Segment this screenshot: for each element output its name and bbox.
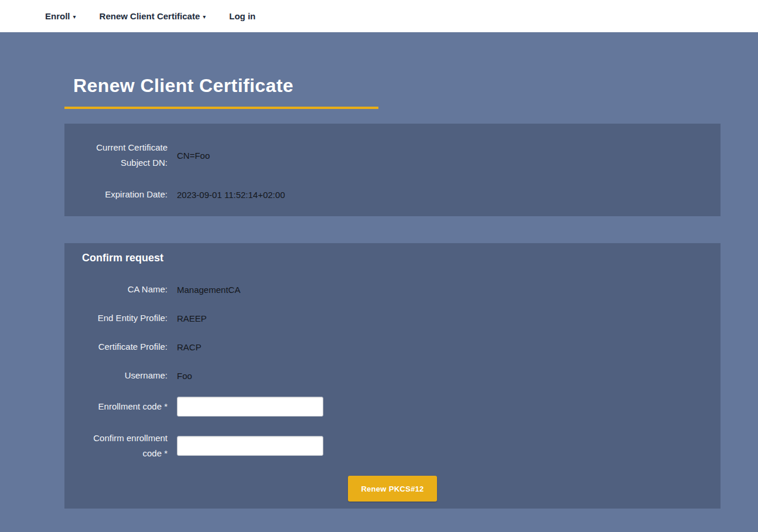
field-label: Enrollment code * bbox=[76, 399, 168, 414]
nav-item-enroll[interactable]: Enroll ▾ bbox=[45, 11, 76, 21]
nav-item-renew-client-certificate[interactable]: Renew Client Certificate ▾ bbox=[100, 11, 206, 21]
field-row-confirm-enrollment-code: Confirm enrollment code * bbox=[76, 431, 709, 461]
nav-item-renew-label: Renew Client Certificate bbox=[100, 11, 200, 21]
confirm-request-heading: Confirm request bbox=[82, 252, 709, 264]
field-row-enrollment-code: Enrollment code * bbox=[76, 397, 709, 417]
renew-pkcs12-button[interactable]: Renew PKCS#12 bbox=[348, 476, 436, 502]
field-row-subject-dn: Current Certificate Subject DN: CN=Foo bbox=[76, 140, 709, 170]
field-value: Foo bbox=[177, 371, 192, 381]
chevron-down-icon: ▾ bbox=[203, 13, 206, 20]
field-value: ManagementCA bbox=[177, 285, 240, 295]
field-label: Certificate Profile: bbox=[76, 339, 168, 354]
field-row-expiration-date: Expiration Date: 2023-09-01 11:52:14+02:… bbox=[76, 187, 709, 202]
field-label: Current Certificate Subject DN: bbox=[76, 140, 168, 170]
field-label: CA Name: bbox=[76, 282, 168, 297]
field-row-ca-name: CA Name: ManagementCA bbox=[76, 282, 709, 297]
page-title: Renew Client Certificate bbox=[73, 75, 721, 97]
field-value: RAEEP bbox=[177, 313, 207, 323]
field-value: 2023-09-01 11:52:14+02:00 bbox=[177, 190, 285, 200]
field-row-certificate-profile: Certificate Profile: RACP bbox=[76, 339, 709, 354]
field-row-username: Username: Foo bbox=[76, 368, 709, 383]
main-content: Renew Client Certificate Current Certifi… bbox=[64, 75, 721, 509]
field-label: Expiration Date: bbox=[76, 187, 168, 202]
field-value: CN=Foo bbox=[177, 151, 210, 161]
field-label: Confirm enrollment code * bbox=[76, 431, 168, 461]
field-value: RACP bbox=[177, 342, 202, 352]
field-label: End Entity Profile: bbox=[76, 311, 168, 326]
enrollment-code-input[interactable] bbox=[177, 397, 323, 417]
button-row: Renew PKCS#12 bbox=[76, 476, 709, 502]
chevron-down-icon: ▾ bbox=[73, 13, 76, 20]
confirm-request-panel: Confirm request CA Name: ManagementCA En… bbox=[64, 243, 721, 509]
nav-item-enroll-label: Enroll bbox=[45, 11, 70, 21]
certificate-info-panel: Current Certificate Subject DN: CN=Foo E… bbox=[64, 124, 721, 216]
confirm-enrollment-code-input[interactable] bbox=[177, 436, 323, 456]
field-row-end-entity-profile: End Entity Profile: RAEEP bbox=[76, 311, 709, 326]
nav-item-log-in[interactable]: Log in bbox=[229, 11, 255, 21]
field-label: Username: bbox=[76, 368, 168, 383]
top-navbar: Enroll ▾ Renew Client Certificate ▾ Log … bbox=[0, 0, 758, 32]
title-underline bbox=[64, 107, 378, 109]
nav-item-login-label: Log in bbox=[229, 11, 255, 21]
